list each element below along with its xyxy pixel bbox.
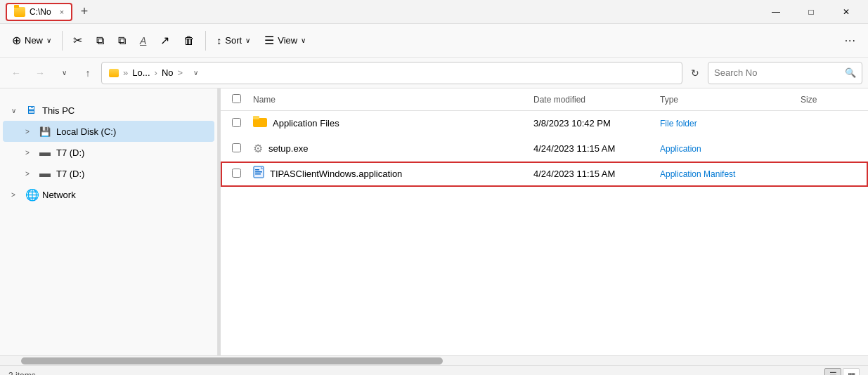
sidebar-item-localdiskc[interactable]: >💾Local Disk (C:) — [3, 121, 214, 142]
view-label: View — [278, 35, 297, 46]
header-name[interactable]: Name — [253, 95, 533, 105]
address-bar[interactable]: » Lo... › No > ∨ — [101, 62, 682, 84]
tab-label: C:\No — [30, 7, 51, 17]
forward-button[interactable]: → — [30, 63, 51, 84]
tab-area: C:\No × + — [6, 3, 760, 21]
select-all-checkbox[interactable] — [232, 94, 241, 103]
hscroll-thumb[interactable] — [21, 357, 443, 364]
share-button[interactable]: ↗ — [154, 29, 176, 51]
search-icon: 🔍 — [845, 67, 856, 78]
file-name-cell: TIPASClientWindows.application — [253, 166, 533, 182]
row-checkbox[interactable] — [232, 143, 253, 154]
sort-button[interactable]: ↕ Sort ∨ — [210, 31, 257, 51]
items-count: 3 items — [8, 371, 36, 376]
new-tab-button[interactable]: + — [75, 3, 93, 21]
table-row[interactable]: ⚙setup.exe4/24/2023 11:15 AMApplication — [221, 136, 868, 162]
view-toggle-buttons: ☰ ▦ — [824, 368, 860, 376]
active-tab[interactable]: C:\No × — [6, 3, 72, 21]
item-icon: 🌐 — [25, 188, 38, 202]
sidebar-item-network[interactable]: >🌐Network — [3, 184, 214, 205]
share-icon: ↗ — [160, 34, 169, 47]
expander-icon: ∨ — [11, 107, 21, 114]
file-type: File folder — [660, 119, 801, 129]
chevron-down-icon: ∨ — [62, 69, 67, 77]
back-button[interactable]: ← — [6, 63, 27, 84]
rename-button[interactable]: A — [134, 31, 153, 51]
list-view-button[interactable]: ☰ — [824, 368, 841, 376]
new-chevron: ∨ — [46, 37, 51, 44]
address-sep1: » — [123, 67, 128, 78]
up-icon: ↑ — [86, 67, 91, 79]
recent-locations-button[interactable]: ∨ — [53, 63, 75, 84]
item-label: T7 (D:) — [56, 169, 84, 179]
cut-icon: ✂ — [73, 34, 82, 47]
table-row[interactable]: TIPASClientWindows.application4/24/2023 … — [221, 162, 868, 187]
expander-icon: > — [25, 170, 35, 178]
horizontal-scrollbar[interactable] — [0, 355, 868, 365]
refresh-button[interactable]: ↻ — [685, 63, 705, 83]
sidebar-item-t7d[interactable]: >▬T7 (D:) — [3, 163, 214, 184]
paste-button[interactable]: ⧉ — [112, 30, 132, 51]
copy-icon: ⧉ — [96, 34, 104, 47]
sidebar: ∨🖥This PC>💾Local Disk (C:)>▬T7 (D:)>▬T7 … — [0, 88, 218, 355]
tab-close-button[interactable]: × — [60, 8, 64, 16]
new-label: New — [25, 35, 43, 46]
chevron-down-icon: ∨ — [193, 69, 198, 77]
table-row[interactable]: Application Files3/8/2023 10:42 PMFile f… — [221, 111, 868, 136]
address-arrow: › — [155, 67, 157, 78]
row-checkbox[interactable] — [232, 118, 253, 129]
sidebar-item-t7d[interactable]: >▬T7 (D:) — [3, 142, 214, 163]
status-bar: 3 items ☰ ▦ — [0, 365, 868, 375]
separator-2 — [205, 31, 206, 51]
file-checkbox[interactable] — [232, 143, 241, 152]
sidebar-item-thispc[interactable]: ∨🖥This PC — [3, 100, 214, 121]
delete-icon: 🗑 — [183, 34, 195, 47]
item-label: Local Disk (C:) — [56, 126, 116, 137]
header-size[interactable]: Size — [801, 95, 857, 105]
more-button[interactable]: ··· — [838, 30, 862, 51]
search-input[interactable] — [714, 67, 841, 78]
window-controls: — □ ✕ — [760, 1, 862, 22]
file-checkbox[interactable] — [232, 118, 241, 127]
svg-rect-5 — [255, 171, 262, 173]
file-type: Application — [660, 144, 801, 154]
maximize-button[interactable]: □ — [795, 1, 827, 22]
file-icon — [253, 116, 267, 131]
sort-chevron: ∨ — [245, 37, 250, 44]
item-label: T7 (D:) — [56, 147, 84, 158]
up-button[interactable]: ↑ — [77, 63, 98, 84]
address-dropdown[interactable]: ∨ — [188, 66, 202, 80]
item-label: Network — [42, 190, 76, 200]
file-checkbox[interactable] — [232, 169, 241, 178]
tab-folder-icon — [14, 7, 25, 17]
svg-rect-6 — [255, 173, 261, 175]
header-checkbox[interactable] — [232, 94, 253, 105]
rename-icon: A — [140, 35, 146, 46]
separator-1 — [62, 31, 63, 51]
item-label: This PC — [42, 105, 75, 116]
copy-button[interactable]: ⧉ — [90, 30, 110, 51]
back-icon: ← — [11, 67, 21, 79]
file-name: setup.exe — [268, 143, 533, 154]
cut-button[interactable]: ✂ — [67, 29, 89, 51]
minimize-button[interactable]: — — [760, 1, 792, 22]
grid-view-button[interactable]: ▦ — [843, 368, 860, 376]
search-box[interactable]: 🔍 — [708, 62, 862, 84]
view-chevron: ∨ — [301, 37, 306, 44]
new-button[interactable]: ⊕ New ∨ — [6, 29, 58, 51]
header-date[interactable]: Date modified — [533, 95, 660, 105]
header-type[interactable]: Type — [660, 95, 801, 105]
file-name: Application Files — [273, 118, 533, 129]
more-icon: ··· — [845, 34, 856, 47]
view-button[interactable]: ☰ View ∨ — [258, 29, 312, 51]
main-area: ∨🖥This PC>💾Local Disk (C:)>▬T7 (D:)>▬T7 … — [0, 88, 868, 355]
expander-icon: > — [11, 191, 21, 199]
row-checkbox[interactable] — [232, 169, 253, 180]
delete-button[interactable]: 🗑 — [177, 30, 201, 51]
file-name-cell: ⚙setup.exe — [253, 142, 533, 155]
file-rows: Application Files3/8/2023 10:42 PMFile f… — [221, 111, 868, 187]
close-button[interactable]: ✕ — [830, 1, 862, 22]
forward-icon: → — [35, 67, 45, 79]
sidebar-items: ∨🖥This PC>💾Local Disk (C:)>▬T7 (D:)>▬T7 … — [0, 100, 217, 205]
file-date: 4/24/2023 11:15 AM — [533, 169, 660, 179]
